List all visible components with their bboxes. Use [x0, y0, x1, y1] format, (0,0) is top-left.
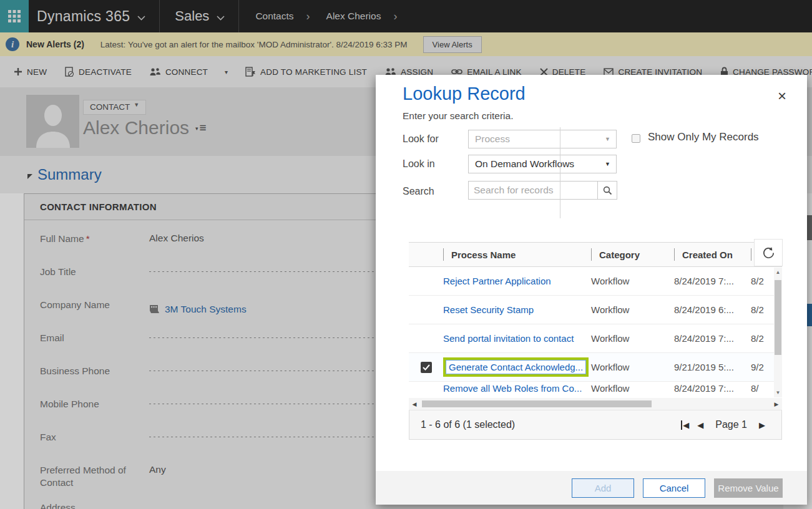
chevron-down-icon: ▼ [605, 136, 610, 142]
scroll-down-icon[interactable]: ▼ [774, 390, 782, 395]
row-checkbox-checked[interactable] [421, 362, 432, 373]
look-in-select[interactable]: On Demand Workflows ▼ [468, 155, 617, 173]
show-only-my-records-checkbox[interactable] [632, 134, 640, 143]
process-link[interactable]: Reject Partner Application [443, 276, 551, 286]
grid-row[interactable]: Reset Security Stamp Workflow 8/24/2019 … [409, 296, 782, 324]
cancel-button[interactable]: Cancel [643, 478, 705, 498]
row-checkbox[interactable] [409, 324, 443, 352]
grid-status-bar: 1 - 6 of 6 (1 selected) ◀ ◀ Page 1 ▶ [409, 410, 782, 440]
criteria-divider [560, 127, 560, 218]
dialog-subtitle: Enter your search criteria. [403, 110, 513, 122]
first-page-icon[interactable]: ◀ [681, 420, 689, 430]
horizontal-scroll-thumb[interactable] [422, 400, 652, 407]
horizontal-scrollbar[interactable]: ◀ ▶ [409, 398, 782, 410]
column-header-category[interactable]: Category [591, 243, 674, 266]
vertical-scrollbar[interactable]: ▲ ▼ [774, 268, 782, 397]
next-page-icon[interactable]: ▶ [759, 420, 765, 430]
lookup-results-grid: Process Name Category Created On I Rejec… [409, 242, 782, 410]
scroll-right-icon[interactable]: ▶ [771, 401, 782, 407]
page-label: Page 1 [715, 419, 747, 430]
process-link[interactable]: Send portal invitation to contact [443, 333, 574, 344]
grid-header-row: Process Name Category Created On I [409, 242, 782, 267]
process-link[interactable]: Remove all Web Roles from Co... [443, 383, 582, 394]
row-checkbox[interactable] [409, 267, 443, 295]
dialog-title: Lookup Record [403, 84, 526, 104]
search-icon [603, 186, 612, 195]
look-for-select: Process ▼ [468, 130, 617, 148]
grid-row-clipped[interactable]: Remove all Web Roles from Co... Workflow… [409, 382, 782, 397]
annotation-highlight-box: Generate Contact Acknowledg... [443, 357, 589, 377]
search-button[interactable] [598, 181, 617, 200]
process-link[interactable]: Reset Security Stamp [443, 304, 534, 315]
pagination: ◀ ◀ Page 1 ▶ [681, 419, 765, 430]
vertical-scroll-thumb[interactable] [775, 280, 781, 355]
check-icon [423, 364, 430, 371]
search-input[interactable] [468, 181, 598, 200]
column-header-created-on[interactable]: Created On [674, 243, 751, 266]
look-in-label: Look in [403, 158, 462, 170]
dialog-footer: Add Cancel Remove Value [376, 471, 807, 505]
scroll-up-icon[interactable]: ▲ [774, 269, 782, 275]
grid-row[interactable]: Reject Partner Application Workflow 8/24… [409, 267, 782, 296]
show-only-my-records-label: Show Only My Records [648, 131, 759, 143]
look-for-label: Look for [403, 133, 462, 145]
chevron-down-icon: ▼ [605, 161, 610, 167]
grid-row-selected[interactable]: Generate Contact Acknowledg... Workflow … [409, 353, 782, 382]
column-header-process-name[interactable]: Process Name [443, 243, 591, 266]
remove-value-button[interactable]: Remove Value [714, 478, 783, 498]
row-checkbox[interactable] [409, 296, 443, 324]
lookup-record-dialog: × Lookup Record Enter your search criter… [376, 75, 807, 505]
scroll-left-icon[interactable]: ◀ [409, 401, 420, 407]
process-link-focused[interactable]: Generate Contact Acknowledg... [446, 360, 586, 374]
refresh-button[interactable] [754, 239, 783, 266]
search-control [468, 181, 618, 200]
grid-row[interactable]: Send portal invitation to contact Workfl… [409, 324, 782, 353]
record-count-status: 1 - 6 of 6 (1 selected) [421, 419, 515, 430]
add-button[interactable]: Add [572, 478, 634, 498]
search-label: Search [403, 186, 462, 197]
close-icon[interactable]: × [778, 89, 786, 104]
refresh-icon [761, 246, 776, 260]
previous-page-icon[interactable]: ◀ [697, 420, 703, 430]
